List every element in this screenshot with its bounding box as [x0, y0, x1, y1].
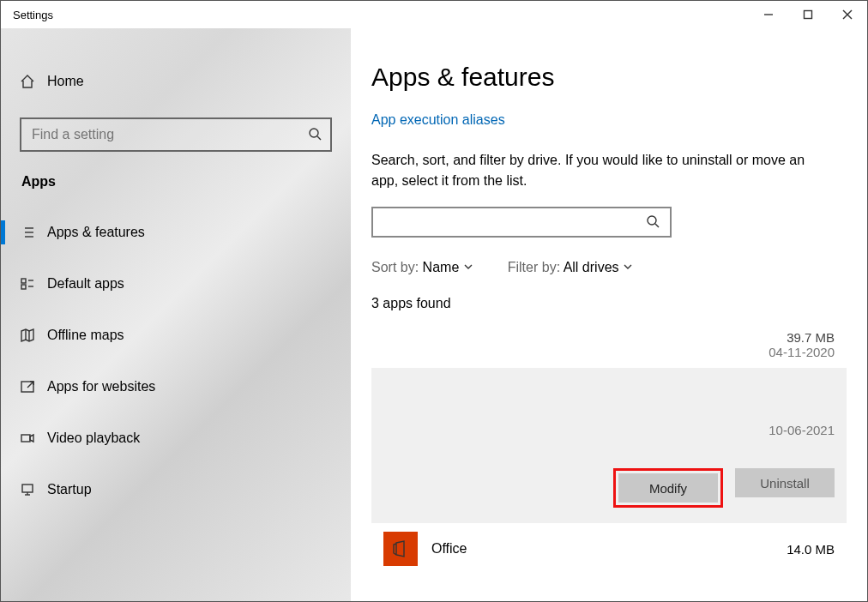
- startup-icon: [20, 482, 47, 497]
- main-panel: Apps & features App execution aliases Se…: [351, 28, 867, 601]
- sort-value: Name: [423, 260, 460, 274]
- svg-rect-1: [805, 11, 812, 19]
- maximize-button[interactable]: [788, 1, 828, 28]
- svg-point-25: [648, 216, 656, 225]
- filter-value: All drives: [564, 260, 619, 274]
- nav-label: Apps & features: [47, 225, 145, 240]
- titlebar: Settings: [1, 1, 867, 28]
- description-text: Search, sort, and filter by drive. If yo…: [371, 150, 817, 191]
- home-icon: [20, 74, 47, 89]
- nav-label: Startup: [47, 482, 92, 497]
- filter-control[interactable]: Filter by: All drives: [508, 260, 633, 275]
- svg-point-4: [310, 129, 318, 137]
- app-row[interactable]: 39.7 MB 04-11-2020: [371, 322, 847, 368]
- app-list: 39.7 MB 04-11-2020 10-06-2021 Modify Uni…: [371, 322, 847, 566]
- section-heading: Apps: [1, 174, 351, 207]
- page-heading: Apps & features: [371, 63, 847, 92]
- window-title: Settings: [1, 9, 53, 21]
- modify-highlight: Modify: [613, 468, 723, 508]
- apps-found-count: 3 apps found: [371, 296, 847, 311]
- list-icon: [20, 225, 47, 240]
- home-label: Home: [47, 74, 84, 89]
- app-row-selected[interactable]: 10-06-2021 Modify Uninstall: [371, 368, 847, 523]
- nav-video-playback[interactable]: Video playback: [1, 412, 351, 464]
- sort-label: Sort by:: [371, 260, 419, 274]
- sort-filter-row: Sort by: Name Filter by: All drives: [371, 260, 847, 275]
- svg-line-5: [317, 136, 321, 140]
- nav-label: Apps for websites: [47, 379, 155, 394]
- svg-line-26: [655, 224, 659, 227]
- uninstall-button[interactable]: Uninstall: [735, 468, 835, 497]
- settings-window: Settings Home Apps: [0, 0, 868, 602]
- svg-rect-20: [21, 435, 30, 442]
- nav-apps-features[interactable]: Apps & features: [1, 207, 351, 258]
- chevron-down-icon: [623, 260, 633, 274]
- close-button[interactable]: [828, 1, 867, 28]
- sidebar: Home Apps Apps & features Default app: [1, 28, 351, 601]
- search-icon: [646, 214, 660, 231]
- office-icon: [383, 532, 418, 566]
- app-list-search[interactable]: [371, 207, 672, 238]
- nav-apps-websites[interactable]: Apps for websites: [1, 361, 351, 412]
- nav-label: Offline maps: [47, 328, 124, 343]
- app-execution-aliases-link[interactable]: App execution aliases: [371, 112, 505, 128]
- minimize-button[interactable]: [749, 1, 788, 28]
- app-date: 04-11-2020: [383, 345, 835, 359]
- map-icon: [20, 328, 47, 343]
- nav-offline-maps[interactable]: Offline maps: [1, 310, 351, 361]
- svg-line-19: [27, 382, 33, 388]
- app-size: 39.7 MB: [383, 330, 835, 345]
- svg-rect-22: [22, 485, 33, 492]
- nav-label: Video playback: [47, 430, 140, 446]
- filter-label: Filter by:: [508, 260, 560, 274]
- app-row[interactable]: Office 14.0 MB: [371, 523, 847, 566]
- nav-default-apps[interactable]: Default apps: [1, 258, 351, 310]
- home-nav[interactable]: Home: [1, 64, 351, 99]
- sort-control[interactable]: Sort by: Name: [371, 260, 473, 275]
- defaults-icon: [20, 276, 47, 292]
- svg-marker-21: [30, 435, 33, 442]
- find-setting-search[interactable]: [20, 117, 332, 152]
- modify-button[interactable]: Modify: [618, 473, 718, 503]
- search-input[interactable]: [30, 126, 308, 143]
- app-name: Office: [431, 541, 773, 557]
- nav-startup[interactable]: Startup: [1, 464, 351, 515]
- app-size: 14.0 MB: [787, 542, 835, 557]
- svg-rect-12: [21, 279, 26, 283]
- websites-icon: [20, 379, 47, 394]
- svg-rect-13: [21, 285, 26, 289]
- video-icon: [20, 430, 47, 446]
- search-icon: [308, 127, 322, 143]
- app-date: 10-06-2021: [383, 423, 835, 437]
- chevron-down-icon: [463, 260, 473, 274]
- nav-label: Default apps: [47, 276, 124, 292]
